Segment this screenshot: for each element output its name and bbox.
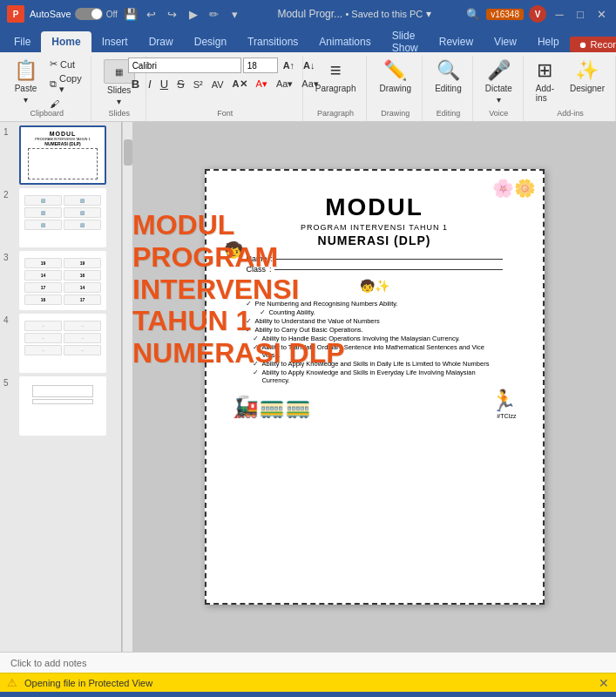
paste-icon: 📋 (14, 59, 37, 82)
name-field-line (276, 259, 503, 260)
minimize-icon[interactable]: ─ (552, 6, 567, 22)
slide-thumb-3[interactable]: 3 19 19 14 16 17 14 16 17 (3, 251, 118, 310)
search-icon[interactable]: 🔍 (465, 6, 481, 22)
train-icon: 🚂🚃🚃 (233, 395, 311, 419)
slide-sub2: NUMERASI (DLP) (318, 233, 431, 247)
slide-preview-1[interactable]: MODUL PROGRAM INTERVENSI TAHUN 1 NUMERAS… (19, 125, 106, 185)
tab-insert[interactable]: Insert (91, 31, 139, 52)
slide-thumb-5[interactable]: 5 (3, 376, 118, 436)
underline-button[interactable]: U (157, 77, 172, 91)
copy-button[interactable]: ⧉ Copy ▾ (46, 72, 85, 96)
ribbon-group-font: A↑ A↓ B I U S S² AV A✕ A▾ Aa▾ Aa▾ Font (148, 56, 303, 121)
doc-title: Modul Progr... • Saved to this PC ▾ (248, 8, 460, 20)
notes-placeholder: Click to add notes (10, 658, 86, 668)
editing-label: Editing (437, 109, 461, 118)
ribbon-group-paragraph: ≡ Paragraph Paragraph (305, 56, 368, 121)
slide-preview-4[interactable]: ·· ·· ·· ·· ·· ·· (19, 314, 106, 373)
paragraph-button[interactable]: ≡ Paragraph (310, 58, 362, 95)
clear-format-button[interactable]: A✕ (229, 78, 251, 91)
slide-thumb-2[interactable]: 2 🔢 🔢 🔢 🔢 🔢 🔢 (3, 188, 118, 247)
strikethrough-button[interactable]: S (173, 77, 188, 91)
text-highlight-button[interactable]: Aa▾ (273, 78, 296, 91)
running-char: 🏃 (491, 389, 517, 413)
slide-content: MODUL PROGRAM INTERVENSI TAHUN 1 NUMERAS… (206, 171, 543, 433)
protected-message: Opening file in Protected View (24, 678, 152, 688)
tab-transitions[interactable]: Transitions (237, 31, 308, 52)
title-bar-left: P AutoSave Off 💾 ↩ ↪ ▶ ✏ ▾ (7, 5, 243, 23)
hashtag-label: #TCIzz (497, 413, 516, 419)
more-tools-icon[interactable]: ✏ (206, 6, 222, 22)
ribbon-group-editing: 🔍 Editing Editing (424, 56, 473, 121)
editing-icon: 🔍 (437, 59, 460, 82)
undo-icon[interactable]: ↩ (144, 6, 159, 22)
maximize-icon[interactable]: □ (572, 6, 588, 22)
notes-bar[interactable]: Click to add notes (0, 652, 616, 673)
slide-panel-scrollbar[interactable] (122, 122, 132, 652)
format-painter-button[interactable]: 🖌 (46, 98, 85, 110)
drawing-label: Drawing (381, 109, 410, 118)
slide-preview-3[interactable]: 19 19 14 16 17 14 16 17 (19, 251, 106, 310)
shadow-button[interactable]: S² (190, 78, 206, 91)
designer-icon: ✨ (575, 59, 599, 82)
tab-slideshow[interactable]: Slide Show (382, 31, 429, 52)
check-item-8: ✓ Ability to Apply Knowledge and Skills … (246, 369, 502, 384)
app-icon: P (7, 5, 24, 23)
record-button[interactable]: ⏺ Record (570, 37, 616, 52)
font-grow-button[interactable]: A↑ (280, 59, 298, 71)
main-area: 1 MODUL PROGRAM INTERVENSI TAHUN 1 NUMER… (0, 122, 616, 652)
check-item-2: ✓ Counting Ability. (246, 308, 502, 316)
font-color-button[interactable]: A▾ (253, 78, 271, 91)
cut-button[interactable]: ✂ Cut (46, 58, 85, 71)
dropdown-icon[interactable]: ▾ (227, 6, 243, 22)
slide-preview-2[interactable]: 🔢 🔢 🔢 🔢 🔢 🔢 (19, 188, 106, 247)
character-figure: 🧒 (224, 240, 243, 260)
char-spacing-button[interactable]: AV (208, 78, 227, 91)
tab-file[interactable]: File (3, 31, 41, 52)
check-item-3: ✓ Ability to Understand the Value of Num… (246, 317, 502, 325)
font-label: Font (217, 109, 233, 118)
dictate-button[interactable]: 🎤 Dictate▾ (480, 58, 518, 106)
paste-button[interactable]: 📋 Paste▾ (9, 58, 43, 106)
addins-button[interactable]: ⊞ Add-ins (531, 58, 559, 105)
editing-button[interactable]: 🔍 Editing (430, 58, 467, 95)
bold-button[interactable]: B (128, 77, 143, 91)
status-bar: Slide 1 of 39 English (Malaysia) Notes ⊞… (0, 692, 616, 697)
font-name-input[interactable] (128, 58, 241, 73)
slide-thumb-1[interactable]: 1 MODUL PROGRAM INTERVENSI TAHUN 1 NUMER… (3, 125, 118, 185)
tab-help[interactable]: Help (527, 31, 570, 52)
check-item-6: ✓ Ability to Translate Ordinary Sentence… (246, 343, 502, 359)
font-size-input[interactable] (243, 58, 278, 73)
ribbon-group-drawing: ✏️ Drawing Drawing (369, 56, 423, 121)
slide-preview-5[interactable] (19, 376, 106, 436)
class-field-line (274, 269, 502, 270)
tab-design[interactable]: Design (184, 31, 237, 52)
main-slide[interactable]: 🌸🌼 🧒 MODUL PROGRAM INTERVENSI TAHUN 1 NU… (205, 169, 545, 605)
scrollbar-thumb[interactable] (124, 139, 132, 166)
title-right: 🔍 v16348 V ─ □ ✕ (465, 5, 609, 23)
redo-icon[interactable]: ↪ (165, 6, 180, 22)
check-item-4: ✓ Ability to Carry Out Basic Operations. (246, 326, 502, 334)
addins-label: Add-ins (557, 109, 584, 118)
designer-button[interactable]: ✨ Designer (565, 58, 610, 95)
close-icon[interactable]: ✕ (593, 6, 609, 22)
tab-view[interactable]: View (484, 31, 527, 52)
slide-thumb-4[interactable]: 4 ·· ·· ·· ·· ·· ·· (3, 314, 118, 373)
slide-bottom: 🚂🚃🚃 🏃 #TCIzz (224, 389, 525, 419)
slide-panel: 1 MODUL PROGRAM INTERVENSI TAHUN 1 NUMER… (0, 122, 122, 652)
save-icon[interactable]: 💾 (123, 6, 139, 22)
autosave-toggle[interactable] (75, 8, 103, 20)
version-badge: v16348 (486, 9, 524, 20)
slide-checklist: ✓ Pre Numbering and Recognising Numbers … (246, 300, 502, 385)
tab-animations[interactable]: Animations (308, 31, 381, 52)
tab-draw[interactable]: Draw (139, 31, 184, 52)
italic-button[interactable]: I (145, 77, 155, 91)
drawing-icon: ✏️ (383, 59, 407, 82)
tab-home[interactable]: Home (41, 31, 91, 52)
present-icon[interactable]: ▶ (186, 6, 201, 22)
user-avatar[interactable]: V (529, 5, 546, 23)
character-2: 🧒✨ (360, 279, 389, 293)
drawing-button[interactable]: ✏️ Drawing (374, 58, 416, 95)
tab-review[interactable]: Review (429, 31, 484, 52)
close-protected-button[interactable]: ✕ (599, 676, 609, 690)
check-item-5: ✓ Ability to Handle Basic Operations Inv… (246, 335, 502, 342)
